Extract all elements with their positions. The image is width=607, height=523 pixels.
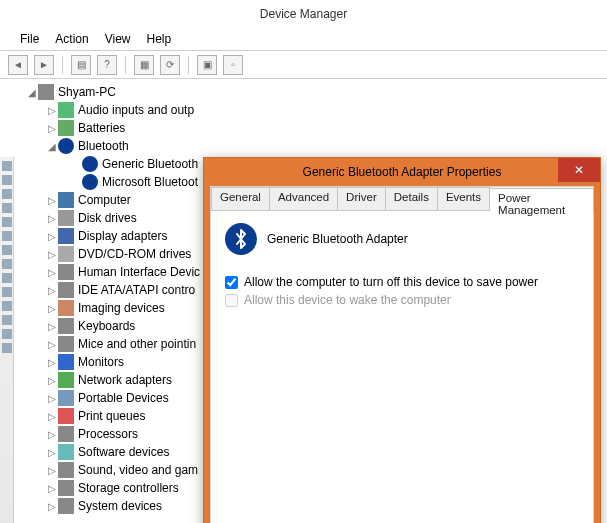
left-icon-strip <box>0 157 14 523</box>
tree-sound[interactable]: Sound, video and gam <box>78 463 198 477</box>
print-icon <box>58 408 74 424</box>
bluetooth-device-icon <box>225 223 257 255</box>
ide-icon <box>58 282 74 298</box>
system-icon <box>58 498 74 514</box>
tree-monitors[interactable]: Monitors <box>78 355 124 369</box>
computer-node-icon <box>58 192 74 208</box>
toolbar-back-icon[interactable]: ◄ <box>8 55 28 75</box>
tree-ide[interactable]: IDE ATA/ATAPI contro <box>78 283 195 297</box>
bluetooth-icon <box>82 174 98 190</box>
tab-driver[interactable]: Driver <box>337 187 386 210</box>
display-icon <box>58 228 74 244</box>
computer-icon <box>38 84 54 100</box>
tab-power-management[interactable]: Power Management <box>489 188 594 211</box>
imaging-icon <box>58 300 74 316</box>
storage-icon <box>58 480 74 496</box>
tree-display[interactable]: Display adapters <box>78 229 167 243</box>
tree-bt-generic[interactable]: Generic Bluetooth <box>102 157 198 171</box>
software-icon <box>58 444 74 460</box>
sound-icon <box>58 462 74 478</box>
dialog-tabs: General Advanced Driver Details Events P… <box>211 187 593 211</box>
toolbar-scan-icon[interactable]: ▦ <box>134 55 154 75</box>
menu-view[interactable]: View <box>105 32 131 46</box>
tree-hid[interactable]: Human Interface Devic <box>78 265 200 279</box>
network-icon <box>58 372 74 388</box>
device-name-label: Generic Bluetooth Adapter <box>267 232 408 246</box>
checkbox-allow-wake-label: Allow this device to wake the computer <box>244 293 451 307</box>
properties-dialog: Generic Bluetooth Adapter Properties ✕ G… <box>203 157 601 523</box>
tab-events[interactable]: Events <box>437 187 490 210</box>
checkbox-allow-wake: Allow this device to wake the computer <box>225 293 579 307</box>
toolbar-show-icon[interactable]: ▤ <box>71 55 91 75</box>
tree-software[interactable]: Software devices <box>78 445 169 459</box>
dialog-title: Generic Bluetooth Adapter Properties <box>303 165 502 179</box>
tree-processors[interactable]: Processors <box>78 427 138 441</box>
checkbox-allow-turn-off-input[interactable] <box>225 276 238 289</box>
tree-batteries[interactable]: Batteries <box>78 121 125 135</box>
battery-icon <box>58 120 74 136</box>
mouse-icon <box>58 336 74 352</box>
menu-file[interactable]: File <box>20 32 39 46</box>
menu-help[interactable]: Help <box>147 32 172 46</box>
tab-details[interactable]: Details <box>385 187 438 210</box>
tab-general[interactable]: General <box>211 187 270 210</box>
keyboard-icon <box>58 318 74 334</box>
menu-action[interactable]: Action <box>55 32 88 46</box>
checkbox-allow-turn-off[interactable]: Allow the computer to turn off this devi… <box>225 275 579 289</box>
tree-imaging[interactable]: Imaging devices <box>78 301 165 315</box>
tree-bt-microsoft[interactable]: Microsoft Bluetoot <box>102 175 198 189</box>
bluetooth-icon <box>82 156 98 172</box>
tree-network[interactable]: Network adapters <box>78 373 172 387</box>
disk-icon <box>58 210 74 226</box>
toolbar-refresh-icon[interactable]: ⟳ <box>160 55 180 75</box>
toolbar-help-icon[interactable]: ? <box>97 55 117 75</box>
window-title: Device Manager <box>0 0 607 28</box>
tree-audio[interactable]: Audio inputs and outp <box>78 103 194 117</box>
tree-dvd[interactable]: DVD/CD-ROM drives <box>78 247 191 261</box>
tree-bluetooth[interactable]: Bluetooth <box>78 139 129 153</box>
tree-mice[interactable]: Mice and other pointin <box>78 337 196 351</box>
checkbox-allow-turn-off-label: Allow the computer to turn off this devi… <box>244 275 538 289</box>
tree-storage[interactable]: Storage controllers <box>78 481 179 495</box>
toolbar-extra-icon[interactable]: ▫ <box>223 55 243 75</box>
monitor-icon <box>58 354 74 370</box>
tree-keyboards[interactable]: Keyboards <box>78 319 135 333</box>
close-icon: ✕ <box>574 163 584 177</box>
audio-icon <box>58 102 74 118</box>
menubar: File Action View Help <box>0 28 607 50</box>
close-button[interactable]: ✕ <box>558 158 600 182</box>
processor-icon <box>58 426 74 442</box>
tree-root[interactable]: Shyam-PC <box>58 85 116 99</box>
bluetooth-icon <box>58 138 74 154</box>
tree-disk[interactable]: Disk drives <box>78 211 137 225</box>
tab-panel-power: Generic Bluetooth Adapter Allow the comp… <box>211 211 593 323</box>
dvd-icon <box>58 246 74 262</box>
hid-icon <box>58 264 74 280</box>
dialog-titlebar[interactable]: Generic Bluetooth Adapter Properties ✕ <box>204 158 600 186</box>
tree-portable[interactable]: Portable Devices <box>78 391 169 405</box>
checkbox-allow-wake-input <box>225 294 238 307</box>
toolbar-prop-icon[interactable]: ▣ <box>197 55 217 75</box>
tree-print[interactable]: Print queues <box>78 409 145 423</box>
toolbar-forward-icon[interactable]: ► <box>34 55 54 75</box>
portable-icon <box>58 390 74 406</box>
toolbar: ◄ ► ▤ ? ▦ ⟳ ▣ ▫ <box>0 51 607 79</box>
tree-system[interactable]: System devices <box>78 499 162 513</box>
tree-computer[interactable]: Computer <box>78 193 131 207</box>
tab-advanced[interactable]: Advanced <box>269 187 338 210</box>
